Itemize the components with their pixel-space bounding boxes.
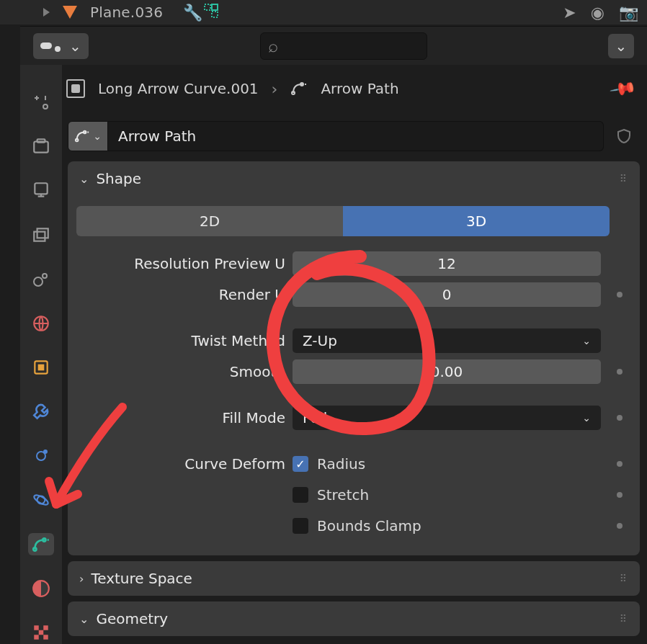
svg-rect-27 (43, 635, 48, 640)
svg-rect-10 (37, 228, 48, 238)
disclosure-right-icon: › (79, 572, 84, 586)
curve-3d-option[interactable]: 3D (343, 206, 610, 236)
svg-rect-23 (34, 626, 39, 631)
checkbox-off-icon (293, 487, 308, 503)
object-icon (66, 79, 85, 98)
datablock-row: ⌄ Arrow Path (68, 121, 640, 151)
svg-rect-25 (39, 630, 44, 635)
resolution-preview-slider[interactable]: 12 (293, 251, 601, 276)
panel-shape: ⌄ Shape ⠿ 2D 3D Resolution Preview U 12 … (68, 161, 640, 555)
tab-material[interactable] (28, 577, 54, 599)
datablock-name-value: Arrow Path (118, 128, 196, 145)
svg-rect-0 (205, 4, 210, 10)
panel-header-shape[interactable]: ⌄ Shape ⠿ (68, 161, 640, 196)
tab-object[interactable] (28, 356, 54, 378)
display-mode-button[interactable]: ⌄ (33, 33, 89, 59)
svg-point-17 (44, 450, 47, 453)
fake-user-button[interactable] (608, 121, 640, 151)
animate-dot[interactable] (617, 492, 623, 498)
disclosure-triangle-icon[interactable] (43, 8, 50, 17)
animate-dot[interactable] (617, 415, 623, 421)
chevron-down-icon: ⌄ (69, 37, 81, 55)
twist-method-value: Z-Up (303, 332, 337, 349)
svg-rect-24 (43, 626, 48, 631)
tab-modifiers[interactable] (28, 401, 54, 423)
datablock-browse-button[interactable]: ⌄ (68, 121, 108, 151)
curve-deform-label: Curve Deform (184, 455, 285, 473)
visibility-icon[interactable]: ◉ (591, 4, 604, 22)
drag-handle-icon[interactable]: ⠿ (620, 613, 628, 625)
animate-dot[interactable] (617, 461, 623, 467)
drag-handle-icon[interactable]: ⠿ (620, 173, 628, 184)
svg-rect-26 (34, 635, 39, 640)
curve-2d-option[interactable]: 2D (76, 206, 343, 236)
panel-header-geometry[interactable]: ⌄ Geometry ⠿ (68, 601, 640, 636)
selectable-icon[interactable]: ➤ (563, 4, 576, 22)
panel-title: Shape (96, 170, 141, 187)
render-visibility-icon[interactable]: 📷 (619, 4, 638, 22)
bounds-clamp-label: Bounds Clamp (317, 517, 421, 535)
tab-viewlayer[interactable] (28, 223, 54, 246)
disclosure-down-icon: ⌄ (79, 172, 89, 186)
fill-mode-select[interactable]: Full ⌄ (293, 406, 601, 430)
panel-title: Geometry (96, 610, 168, 627)
panel-geometry: ⌄ Geometry ⠿ (68, 601, 640, 636)
smooth-slider[interactable]: 0.00 (293, 359, 601, 384)
svg-rect-15 (39, 365, 44, 370)
chevron-right-icon: › (272, 80, 278, 98)
tab-texture[interactable] (28, 622, 54, 644)
properties-main: ⌄ Arrow Path ⌄ Shape ⠿ 2D 3D Resolution … (62, 115, 647, 644)
svg-rect-9 (34, 232, 45, 241)
svg-rect-1 (212, 4, 218, 10)
bounds-clamp-checkbox[interactable]: Bounds Clamp (293, 514, 601, 538)
radius-checkbox[interactable]: ✓ Radius (293, 452, 601, 476)
curve-dimensions-toggle: 2D 3D (76, 206, 610, 236)
panel-header-texture-space[interactable]: › Texture Space ⠿ (68, 561, 640, 596)
twist-method-label: Twist Method (192, 332, 285, 349)
pin-icon[interactable]: 📌 (609, 74, 638, 103)
resolution-preview-label: Resolution Preview U (134, 255, 285, 272)
tab-physics[interactable] (28, 489, 54, 511)
panel-texture-space: › Texture Space ⠿ (68, 561, 640, 596)
breadcrumb-object[interactable]: Long Arrow Curve.001 (98, 80, 259, 97)
panel-title: Texture Space (91, 570, 192, 587)
properties-search[interactable]: ⌕ (260, 32, 427, 60)
stretch-label: Stretch (317, 486, 369, 504)
breadcrumb-data[interactable]: Arrow Path (321, 80, 398, 97)
options-button[interactable]: ⌄ (608, 34, 634, 58)
chevron-down-icon: ⌄ (582, 412, 591, 424)
drag-handle-icon[interactable]: ⠿ (620, 573, 628, 584)
mesh-icon (63, 6, 77, 19)
render-u-value: 0 (442, 286, 452, 303)
tab-render[interactable] (28, 135, 54, 157)
smooth-label: Smooth (230, 363, 285, 380)
render-u-slider[interactable]: 0 (293, 282, 601, 307)
modifier-icon[interactable]: 🔧 (183, 4, 202, 22)
chevron-down-icon: ⌄ (93, 130, 102, 142)
tab-scene[interactable] (28, 268, 54, 290)
outliner-object-name[interactable]: Plane.036 (90, 4, 163, 21)
display-mode-icon (40, 43, 52, 49)
disclosure-down-icon: ⌄ (79, 612, 89, 626)
tab-output[interactable] (28, 179, 54, 202)
tab-world[interactable] (28, 312, 54, 334)
render-u-label: Render U (219, 286, 285, 303)
tab-object-data-curve[interactable] (28, 533, 54, 555)
svg-rect-8 (35, 184, 47, 194)
outliner-row[interactable]: Plane.036 🔧 ➤ ◉ 📷 (0, 0, 647, 24)
animate-dot[interactable] (617, 369, 623, 375)
tab-particles[interactable] (28, 444, 54, 467)
svg-rect-7 (37, 139, 45, 142)
datablock-name-field[interactable]: Arrow Path (108, 121, 604, 151)
animate-dot[interactable] (617, 523, 623, 529)
animate-dot[interactable] (617, 292, 623, 298)
search-icon: ⌕ (268, 36, 278, 56)
breadcrumb: Long Arrow Curve.001 › Arrow Path 📌 (66, 69, 634, 108)
stretch-checkbox[interactable]: Stretch (293, 483, 601, 507)
resolution-preview-value: 12 (437, 255, 455, 272)
opt-3d-label: 3D (466, 213, 486, 230)
curve-icon (290, 80, 308, 97)
tab-tool[interactable] (28, 91, 54, 113)
twist-method-select[interactable]: Z-Up ⌄ (293, 328, 601, 353)
vertex-groups-icon[interactable] (202, 2, 220, 23)
